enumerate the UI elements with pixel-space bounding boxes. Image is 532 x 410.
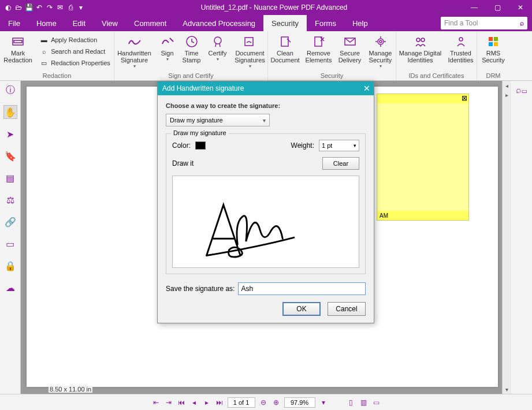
qat-dropdown-icon[interactable]: ▾ bbox=[76, 3, 85, 12]
remove-elements-icon bbox=[312, 35, 326, 49]
mark-redaction-button[interactable]: Mark Redaction bbox=[1, 33, 35, 68]
redo-icon[interactable]: ↷ bbox=[45, 3, 54, 12]
menu-forms[interactable]: Forms bbox=[307, 15, 344, 31]
weight-select[interactable]: 1 pt ▾ bbox=[319, 140, 359, 151]
draw-it-label: Draw it bbox=[172, 159, 194, 167]
zoom-dropdown-icon[interactable]: ▾ bbox=[319, 398, 328, 407]
pages-icon[interactable]: ▤ bbox=[3, 171, 17, 185]
first-page-icon[interactable]: ⏮ bbox=[177, 398, 186, 407]
svg-rect-6 bbox=[315, 37, 322, 46]
page-number-input[interactable] bbox=[228, 397, 255, 408]
remove-elements-button[interactable]: Remove Elements bbox=[304, 33, 334, 69]
color-swatch[interactable] bbox=[195, 141, 206, 150]
menu-security[interactable]: Security bbox=[263, 15, 307, 31]
weight-label: Weight: bbox=[291, 141, 314, 150]
doc-signatures-button[interactable]: Document Signatures▾ bbox=[232, 33, 268, 69]
doc-signatures-icon bbox=[243, 35, 257, 49]
rms-security-button[interactable]: RMS Security bbox=[479, 33, 507, 64]
last-page-icon[interactable]: ⏭ bbox=[215, 398, 224, 407]
minimize-button[interactable]: — bbox=[463, 0, 486, 15]
nav-expand-icon[interactable]: ⇥ bbox=[164, 398, 173, 407]
manage-digital-identities-button[interactable]: Manage Digital Identities bbox=[397, 33, 444, 64]
zoom-input[interactable] bbox=[284, 397, 315, 408]
dialog-title-bar[interactable]: Add Handwritten signature ✕ bbox=[158, 81, 374, 95]
search-panel-icon[interactable]: ⌕▭ bbox=[515, 83, 529, 97]
next-page-icon[interactable]: ▸ bbox=[202, 398, 211, 407]
close-button[interactable]: ✕ bbox=[509, 0, 532, 15]
app-icon: ◐ bbox=[3, 3, 13, 12]
chevron-down-icon: ▾ bbox=[249, 64, 251, 69]
menu-edit[interactable]: Edit bbox=[65, 15, 94, 31]
prev-page-icon[interactable]: ◂ bbox=[189, 398, 199, 407]
stamp-icon[interactable]: ⚖ bbox=[3, 193, 17, 207]
timestamp-button[interactable]: Time Stamp bbox=[180, 33, 203, 69]
scroll-down-icon[interactable]: ▾ bbox=[503, 385, 511, 394]
signature-name-input[interactable] bbox=[238, 282, 366, 295]
ok-button[interactable]: OK bbox=[282, 302, 321, 316]
zoom-out-icon[interactable]: ⊖ bbox=[259, 398, 268, 407]
maximize-button[interactable]: ▢ bbox=[486, 0, 509, 15]
apply-redaction-button[interactable]: ▬Apply Redaction bbox=[37, 35, 113, 45]
redaction-props-icon: ▭ bbox=[39, 58, 49, 68]
sticky-note[interactable]: ⊠ AM bbox=[377, 94, 469, 221]
chevron-down-icon: ▾ bbox=[166, 57, 169, 62]
menu-comment[interactable]: Comment bbox=[126, 15, 174, 31]
add-signature-dialog: Add Handwritten signature ✕ Choose a way… bbox=[157, 81, 374, 323]
certify-button[interactable]: Certify▾ bbox=[206, 33, 230, 69]
save-as-label: Save the signature as: bbox=[166, 285, 235, 293]
redaction-props-button[interactable]: ▭Redaction Properties bbox=[37, 58, 113, 68]
chevron-down-icon: ▾ bbox=[380, 64, 382, 69]
handwritten-signature-button[interactable]: Handwritten Signature▾ bbox=[114, 33, 155, 69]
open-icon[interactable]: 🗁 bbox=[14, 3, 23, 12]
menu-help[interactable]: Help bbox=[344, 15, 376, 31]
note-close-icon[interactable]: ⊠ bbox=[462, 94, 467, 102]
menu-home[interactable]: Home bbox=[28, 15, 65, 31]
search-icon[interactable]: ⌕ bbox=[520, 19, 524, 27]
view-single-icon[interactable]: ▯ bbox=[347, 398, 356, 407]
chevron-down-icon: ▾ bbox=[354, 143, 356, 148]
trusted-identities-button[interactable]: Trusted Identities bbox=[446, 33, 476, 64]
menu-advanced[interactable]: Advanced Processing bbox=[174, 15, 263, 31]
menu-file[interactable]: File bbox=[0, 15, 28, 31]
clear-button[interactable]: Clear bbox=[322, 157, 359, 170]
svg-point-10 bbox=[416, 38, 420, 42]
manage-security-button[interactable]: Manage Security▾ bbox=[366, 33, 395, 69]
scroll-right-icon[interactable]: ▸ bbox=[503, 90, 511, 99]
menu-view[interactable]: View bbox=[94, 15, 126, 31]
bookmark-icon[interactable]: 🔖 bbox=[3, 149, 17, 163]
view-continuous-icon[interactable]: ▥ bbox=[359, 398, 369, 407]
left-side-panel: ⓘ ✋ ➤ 🔖 ▤ ⚖ 🔗 ▭ 🔒 ☁ bbox=[0, 81, 21, 394]
svg-rect-13 bbox=[489, 37, 493, 41]
find-tool-input[interactable]: Find a Tool ⌕ bbox=[441, 17, 527, 29]
hand-tool-icon[interactable]: ✋ bbox=[3, 105, 17, 119]
secure-delivery-icon bbox=[343, 35, 357, 49]
info-icon[interactable]: ⓘ bbox=[3, 83, 17, 97]
sign-button[interactable]: Sign▾ bbox=[157, 33, 178, 69]
view-facing-icon[interactable]: ▭ bbox=[372, 398, 381, 407]
mail-icon[interactable]: ✉ bbox=[55, 3, 65, 12]
vertical-scrollbar[interactable]: ◂ ▸ ▾ bbox=[502, 81, 511, 394]
digital-id-icon bbox=[414, 35, 427, 49]
scroll-left-icon[interactable]: ◂ bbox=[503, 81, 511, 90]
dialog-close-icon[interactable]: ✕ bbox=[363, 84, 370, 93]
attachment-icon[interactable]: 🔗 bbox=[3, 215, 17, 229]
group-sign-label: Sign and Certify bbox=[114, 72, 267, 79]
cancel-button[interactable]: Cancel bbox=[328, 302, 366, 316]
save-icon[interactable]: 💾 bbox=[24, 3, 34, 12]
note-timestamp: AM bbox=[380, 213, 388, 219]
lock-icon[interactable]: 🔒 bbox=[3, 259, 17, 273]
signature-method-select[interactable]: Draw my signature ▾ bbox=[166, 114, 270, 126]
arrow-tool-icon[interactable]: ➤ bbox=[3, 127, 17, 141]
status-bar: ⇤ ⇥ ⏮ ◂ ▸ ⏭ ⊖ ⊕ ▾ ▯ ▥ ▭ bbox=[0, 394, 532, 410]
secure-delivery-button[interactable]: Secure Delivery bbox=[336, 33, 364, 69]
nav-collapse-icon[interactable]: ⇤ bbox=[151, 398, 161, 407]
quick-access-toolbar: ◐ 🗁 💾 ↶ ↷ ✉ ⎙ ▾ bbox=[0, 3, 85, 12]
zoom-in-icon[interactable]: ⊕ bbox=[271, 398, 281, 407]
signature-canvas[interactable] bbox=[172, 176, 359, 268]
search-redact-button[interactable]: ⌕Search and Redact bbox=[37, 46, 113, 57]
cloud-icon[interactable]: ☁ bbox=[3, 281, 17, 295]
print-icon[interactable]: ⎙ bbox=[66, 3, 75, 12]
clean-document-button[interactable]: Clean Document bbox=[269, 33, 302, 69]
undo-icon[interactable]: ↶ bbox=[35, 3, 44, 12]
comments-icon[interactable]: ▭ bbox=[3, 237, 17, 251]
